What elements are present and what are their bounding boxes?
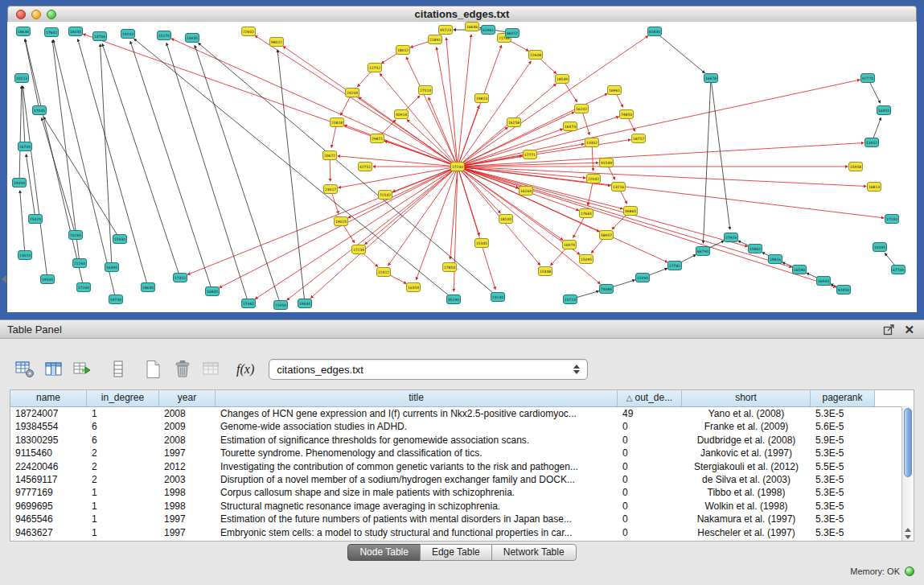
graph-node[interactable]: 15448 <box>539 267 552 276</box>
column-header-title[interactable]: title <box>216 390 618 406</box>
graph-node[interactable]: 14935 <box>186 34 199 43</box>
tab-node-table[interactable]: Node Table <box>347 544 421 561</box>
graph-edge[interactable] <box>338 156 458 167</box>
table-row[interactable]: 969969511998Structural magnetic resonanc… <box>10 500 914 513</box>
graph-node[interactable]: 17365 <box>242 299 256 308</box>
graph-edge[interactable] <box>134 39 454 299</box>
graph-edge[interactable] <box>703 78 711 243</box>
graph-edge[interactable] <box>26 154 35 219</box>
splitter-collapse-arrow[interactable] <box>2 275 6 283</box>
graph-node[interactable]: 17260 <box>77 283 91 292</box>
graph-node[interactable]: 17665 <box>580 209 593 218</box>
graph-edge[interactable] <box>458 167 836 287</box>
graph-node[interactable]: 91549 <box>600 159 614 167</box>
graph-edge[interactable] <box>43 117 120 239</box>
graph-node[interactable]: 22602 <box>242 27 256 36</box>
table-row[interactable]: 1830029562008Estimation of significance … <box>10 434 914 447</box>
table-row[interactable]: 2242004622012Investigating the contribut… <box>10 460 914 473</box>
table-row[interactable]: 1872400712008Changes of HCN gene express… <box>10 407 914 420</box>
graph-edge[interactable] <box>20 191 25 255</box>
graph-node[interactable]: 18757 <box>632 134 646 143</box>
graph-node[interactable]: 74850 <box>620 110 634 119</box>
graph-edge[interactable] <box>711 78 730 229</box>
graph-node[interactable]: 74084 <box>600 285 614 294</box>
graph-node[interactable]: 35190 <box>447 295 461 304</box>
graph-node[interactable]: 46865 <box>624 207 638 216</box>
graph-node[interactable]: 19203 <box>121 30 135 39</box>
network-canvas[interactable]: 1724022891180121275224204218182067223017… <box>7 22 917 312</box>
graph-node[interactable]: 18549 <box>556 75 569 84</box>
scrollbar-thumb[interactable] <box>904 408 912 477</box>
graph-node[interactable]: 92774 <box>861 74 875 83</box>
graph-node[interactable]: 95723 <box>439 26 453 35</box>
graph-node[interactable]: 17854 <box>443 263 457 272</box>
graph-node[interactable]: 72542 <box>379 191 392 200</box>
graph-node[interactable]: 15930 <box>113 235 127 244</box>
graph-edge[interactable] <box>458 129 563 167</box>
graph-edge[interactable] <box>25 39 84 287</box>
import-table-icon[interactable] <box>71 358 95 381</box>
graph-node[interactable]: 17445 <box>33 106 47 115</box>
table-row[interactable]: 911546021997Tourette syndrome. Phenomeno… <box>10 447 914 459</box>
graph-node[interactable]: 22608 <box>529 51 543 60</box>
close-panel-icon[interactable]: ✕ <box>904 321 914 339</box>
graph-node[interactable]: 17240 <box>451 163 465 171</box>
graph-node[interactable]: 81830 <box>648 27 662 36</box>
scroll-up-icon[interactable] <box>905 528 911 532</box>
column-header-pagerank[interactable]: pagerank <box>811 390 875 406</box>
graph-node[interactable]: 21818 <box>331 118 344 127</box>
graph-node[interactable]: 15958 <box>849 163 863 171</box>
graph-node[interactable]: 17100 <box>885 215 899 224</box>
graph-edge[interactable] <box>458 143 864 167</box>
graph-node[interactable]: 16678 <box>704 74 718 83</box>
graph-edge[interactable] <box>277 50 305 303</box>
graph-edge[interactable] <box>437 47 458 167</box>
graph-edge[interactable] <box>458 167 495 289</box>
new-document-icon[interactable] <box>142 358 166 381</box>
graph-node[interactable]: 22412 <box>377 268 391 277</box>
graph-node[interactable]: 27514 <box>419 86 433 95</box>
graph-node[interactable]: 17782 <box>668 262 682 270</box>
graph-node[interactable]: 17771 <box>524 150 537 159</box>
graph-node[interactable]: 13216 <box>612 183 626 192</box>
graph-node[interactable]: 18100 <box>499 215 513 224</box>
table-settings-icon[interactable] <box>13 358 37 381</box>
graph-node[interactable]: 19505 <box>41 275 55 284</box>
graph-node[interactable]: 21260 <box>73 259 87 268</box>
tab-network-table[interactable]: Network Table <box>491 544 577 561</box>
graph-node[interactable]: 61961 <box>482 26 495 35</box>
graph-node[interactable]: 15274 <box>158 31 171 40</box>
graph-node[interactable]: 18640 <box>142 283 155 292</box>
graph-node[interactable]: 16164 <box>519 187 533 196</box>
graph-node[interactable]: 19813 <box>475 94 489 103</box>
graph-node[interactable]: 15094 <box>636 274 650 282</box>
graph-edge[interactable] <box>458 167 622 209</box>
graph-node[interactable]: 16961 <box>608 86 622 95</box>
graph-node[interactable]: 16590 <box>793 266 807 274</box>
graph-node[interactable]: 19730 <box>109 295 123 304</box>
graph-node[interactable]: 22891 <box>429 35 442 44</box>
graph-node[interactable]: 13020 <box>18 251 32 260</box>
graph-node[interactable]: 24204 <box>346 89 359 97</box>
graph-node[interactable]: 16943 <box>817 277 831 286</box>
graph-node[interactable]: 92450 <box>837 286 851 295</box>
graph-node[interactable]: 16845 <box>206 287 220 296</box>
graph-node[interactable]: 98022 <box>270 38 284 47</box>
graph-node[interactable]: 18636 <box>17 27 31 36</box>
network-window-titlebar[interactable]: citations_edges.txt <box>7 6 917 23</box>
graph-node[interactable]: 16354 <box>407 283 421 292</box>
graph-edge[interactable] <box>187 167 458 274</box>
graph-node[interactable]: 15862 <box>749 245 762 253</box>
graph-edge[interactable] <box>171 39 458 167</box>
function-builder-button[interactable]: f(x) <box>236 362 254 377</box>
graph-node[interactable]: 16202 <box>575 105 589 113</box>
graph-node[interactable]: 12752 <box>368 64 382 72</box>
graph-node[interactable]: 23140 <box>491 293 505 302</box>
graph-node[interactable]: 23017 <box>324 185 338 194</box>
graph-node[interactable]: 16455 <box>877 106 891 115</box>
table-selector-dropdown[interactable]: citations_edges.txt <box>269 359 588 380</box>
graph-node[interactable]: 14706 <box>93 32 107 41</box>
graph-edge[interactable] <box>101 44 112 267</box>
graph-node[interactable]: 17352 <box>174 274 187 282</box>
graph-node[interactable]: 20265 <box>69 231 83 240</box>
